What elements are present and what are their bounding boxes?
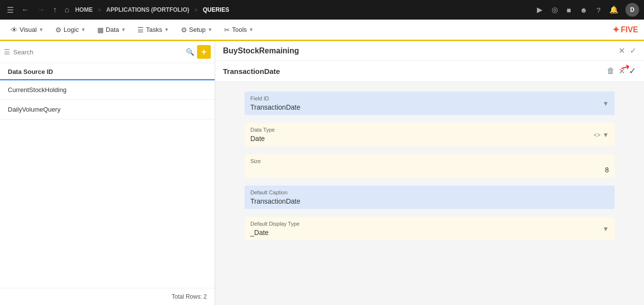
default-caption-field: Default Caption TransactionDate	[244, 186, 615, 209]
sep1: >	[98, 6, 102, 14]
queries-link[interactable]: QUERIES	[203, 6, 229, 13]
home-link[interactable]: HOME	[75, 6, 93, 13]
main-area: ☰ 🔍 + Data Source ID CurrentStockHolding…	[0, 41, 644, 305]
nav-tasks-label: Tasks	[146, 26, 162, 33]
logic-icon: ⚙	[55, 26, 62, 34]
top-nav: ☰ ← → ↑ ⌂ HOME > APPLICATIONS (PORTFOLIO…	[0, 0, 644, 20]
app-link[interactable]: APPLICATIONS (PORTFOLIO)	[106, 6, 189, 13]
data-dropdown-icon: ▼	[121, 27, 126, 32]
size-field: Size 8	[244, 154, 615, 178]
field-close-button[interactable]: ✕	[619, 67, 625, 76]
logo-star: ✦	[612, 24, 620, 35]
back-icon[interactable]: ←	[20, 3, 31, 16]
content-panel: BuyStockRemaining ✕ ✓ TransactionDate 🗑 …	[215, 41, 644, 305]
stop-icon[interactable]: ■	[565, 5, 573, 15]
logo-five: FIVE	[621, 25, 638, 34]
search-icon[interactable]: 🔍	[186, 48, 194, 56]
data-type-field: Data Type Date <> ▼	[244, 123, 615, 146]
default-display-type-expand[interactable]: ▼	[602, 225, 609, 233]
field-id-label: Field ID	[250, 95, 609, 101]
content-header: BuyStockRemaining ✕ ✓	[215, 41, 644, 61]
search-input[interactable]	[13, 48, 183, 56]
setup-icon: ⚙	[181, 26, 187, 34]
content-close-button[interactable]: ✕	[619, 46, 625, 55]
nav-tasks[interactable]: ☰ Tasks ▼	[133, 23, 174, 37]
field-panel-actions: 🗑 ✕ ✓ ↗	[607, 66, 636, 76]
play-icon[interactable]: ▶	[535, 4, 545, 15]
up-icon[interactable]: ↑	[51, 3, 59, 16]
field-save-button[interactable]: ✓	[629, 66, 636, 76]
help-icon[interactable]: ?	[595, 5, 602, 15]
default-display-type-field: Default Display Type _Date ▼	[244, 217, 615, 240]
default-display-type-value: _Date	[250, 229, 609, 236]
header-actions: ✕ ✓	[619, 46, 636, 55]
field-panel: TransactionDate 🗑 ✕ ✓ ↗	[215, 61, 644, 82]
default-display-type-label: Default Display Type	[250, 221, 609, 227]
nav-logic-label: Logic	[64, 26, 79, 33]
data-type-value: Date	[250, 135, 609, 142]
nav-data[interactable]: ▦ Data ▼	[92, 23, 131, 37]
bell-icon[interactable]: 🔔	[607, 4, 621, 15]
sidebar-list: CurrentStockHolding DailyVolumeQuery	[0, 80, 215, 288]
field-id-expand[interactable]: ▼	[602, 100, 609, 107]
delete-field-button[interactable]: 🗑	[607, 67, 615, 75]
content-save-button[interactable]: ✓	[630, 46, 636, 55]
avatar[interactable]: D	[625, 3, 639, 17]
code-icon: <>	[594, 131, 600, 138]
nav-tools-label: Tools	[232, 26, 246, 33]
nav-data-label: Data	[106, 26, 119, 33]
default-caption-value: TransactionDate	[250, 197, 609, 205]
nav-visual[interactable]: 👁 Visual ▼	[6, 23, 48, 37]
setup-dropdown-icon: ▼	[208, 27, 213, 32]
list-item[interactable]: DailyVolumeQuery	[0, 100, 215, 119]
form-area: Field ID TransactionDate ▼ Data Type Dat…	[215, 82, 644, 305]
data-type-dropdown-icon[interactable]: ▼	[602, 131, 609, 139]
data-icon: ▦	[97, 26, 104, 34]
field-id-value: TransactionDate	[250, 103, 609, 111]
tasks-icon: ☰	[137, 26, 144, 34]
chevron-down-icon[interactable]: ▼	[602, 100, 609, 107]
nav-tools[interactable]: ✂ Tools ▼	[219, 23, 258, 37]
sidebar-table-header: Data Source ID	[0, 63, 215, 80]
field-panel-title: TransactionDate	[223, 67, 280, 75]
field-id-field: Field ID TransactionDate ▼	[244, 92, 615, 115]
data-type-expand[interactable]: <> ▼	[594, 131, 609, 139]
tools-icon: ✂	[224, 26, 230, 34]
sidebar: ☰ 🔍 + Data Source ID CurrentStockHolding…	[0, 41, 215, 305]
tools-dropdown-icon: ▼	[249, 27, 254, 32]
home-icon[interactable]: ⌂	[63, 3, 71, 16]
size-label: Size	[250, 158, 609, 164]
search-icon[interactable]: ◎	[550, 4, 560, 15]
sep2: >	[194, 6, 198, 14]
nav-setup-label: Setup	[189, 26, 206, 33]
logic-dropdown-icon: ▼	[81, 27, 86, 32]
visual-dropdown-icon: ▼	[39, 27, 44, 32]
nav-logic[interactable]: ⚙ Logic ▼	[50, 23, 90, 37]
content-title: BuyStockRemaining	[223, 47, 299, 55]
sidebar-search-bar: ☰ 🔍 +	[0, 41, 215, 63]
filter-icon: ☰	[4, 48, 10, 56]
menu-icon[interactable]: ☰	[5, 3, 16, 17]
visual-icon: 👁	[11, 26, 18, 34]
five-logo: ✦ FIVE	[612, 24, 638, 35]
nav-setup[interactable]: ⚙ Setup ▼	[176, 23, 218, 37]
default-display-dropdown-icon[interactable]: ▼	[602, 225, 609, 233]
list-item[interactable]: CurrentStockHolding	[0, 80, 215, 100]
data-type-label: Data Type	[250, 127, 609, 133]
size-value: 8	[250, 166, 609, 174]
add-button[interactable]: +	[197, 45, 211, 59]
forward-icon: →	[35, 3, 47, 16]
tasks-dropdown-icon: ▼	[164, 27, 169, 32]
nav-visual-label: Visual	[20, 26, 37, 33]
top-nav-actions: ▶ ◎ ■ ☻ ? 🔔 D	[535, 3, 639, 17]
sidebar-footer: Total Rows: 2	[0, 288, 215, 305]
robot-icon[interactable]: ☻	[578, 5, 590, 15]
default-caption-label: Default Caption	[250, 189, 609, 195]
secondary-nav: 👁 Visual ▼ ⚙ Logic ▼ ▦ Data ▼ ☰ Tasks ▼ …	[0, 20, 644, 41]
